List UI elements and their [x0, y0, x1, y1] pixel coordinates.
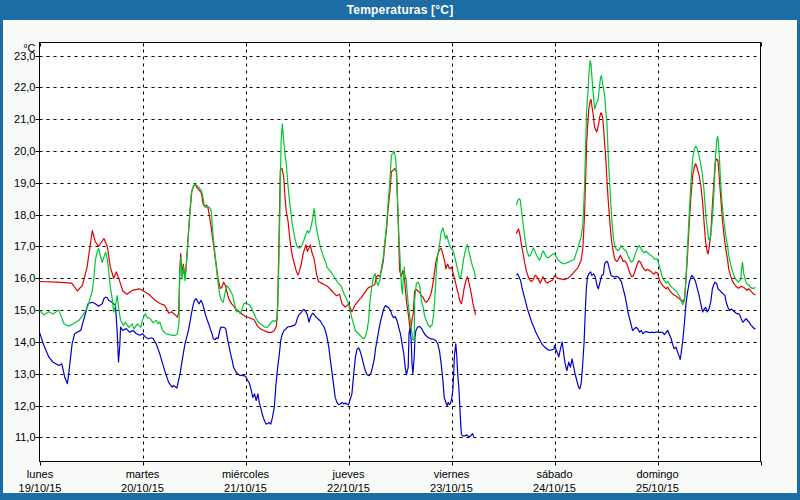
- day-name-label: lunes: [27, 468, 54, 480]
- y-tick-label: 11,0: [15, 431, 36, 443]
- day-name-label: jueves: [332, 468, 365, 480]
- y-tick-label: 16,0: [14, 272, 35, 284]
- day-date-label: 24/10/15: [533, 482, 576, 494]
- y-tick-label: 15,0: [14, 304, 35, 316]
- y-tick-label: 20,0: [14, 145, 35, 157]
- y-axis-labels: °C23,022,021,020,019,018,017,016,015,014…: [14, 42, 35, 444]
- y-tick-label: 18,0: [14, 209, 35, 221]
- day-name-label: martes: [126, 468, 160, 480]
- day-date-label: 20/10/15: [121, 482, 164, 494]
- x-axis-labels: lunes19/10/15martes20/10/15miércoles21/1…: [19, 468, 679, 494]
- y-tick-label: 21,0: [14, 113, 35, 125]
- day-name-label: sábado: [536, 468, 572, 480]
- y-tick-label: 19,0: [14, 177, 35, 189]
- y-tick-label: 17,0: [14, 240, 35, 252]
- day-name-label: miércoles: [222, 468, 270, 480]
- y-tick-label: 13,0: [14, 368, 35, 380]
- y-tick-label: 22,0: [14, 81, 35, 93]
- app-window: Temperaturas [°C] Temp. Punto de rocío W…: [0, 0, 800, 500]
- day-name-label: viernes: [434, 468, 470, 480]
- temperature-chart: °C23,022,021,020,019,018,017,016,015,014…: [0, 0, 800, 500]
- y-tick-label: 12,0: [14, 400, 35, 412]
- day-date-label: 22/10/15: [327, 482, 370, 494]
- day-date-label: 23/10/15: [430, 482, 473, 494]
- day-date-label: 25/10/15: [636, 482, 679, 494]
- y-tick-label: 23,0: [14, 50, 35, 62]
- day-name-label: domingo: [636, 468, 678, 480]
- day-date-label: 19/10/15: [19, 482, 62, 494]
- day-date-label: 21/10/15: [224, 482, 267, 494]
- y-tick-label: 14,0: [14, 336, 35, 348]
